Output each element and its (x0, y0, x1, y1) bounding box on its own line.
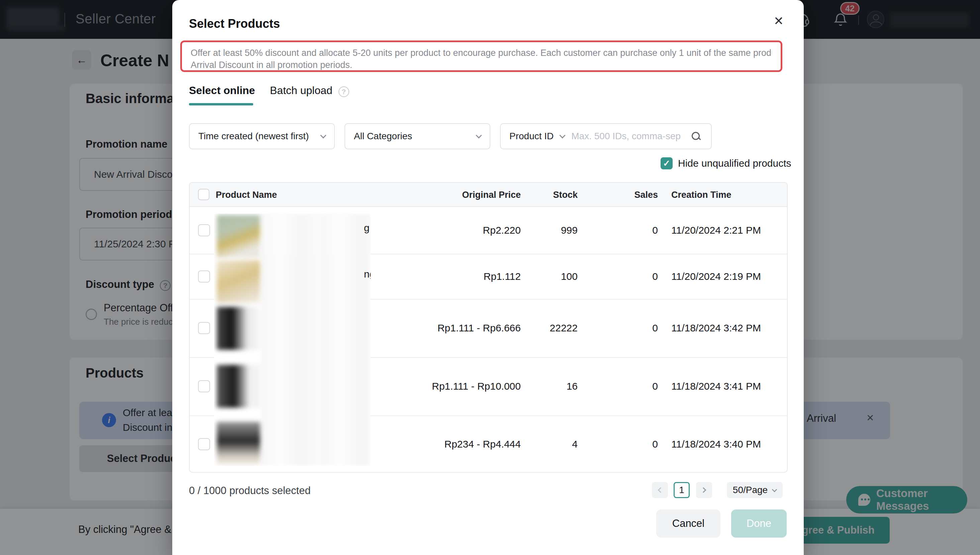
modal-title: Select Products (189, 17, 280, 31)
row-checkbox[interactable] (198, 438, 210, 450)
product-name-fragment: ng (364, 268, 371, 280)
done-button[interactable]: Done (731, 510, 787, 537)
search-type-dropdown[interactable]: Product ID (509, 131, 553, 141)
pagination-next-button[interactable] (696, 482, 712, 498)
discount-rules-notice: Offer at least 50% discount and allocate… (180, 40, 782, 72)
category-dropdown[interactable]: All Categories (345, 123, 490, 149)
chevron-left-icon (658, 488, 663, 493)
select-all-checkbox[interactable] (198, 189, 209, 200)
product-thumbnail (217, 422, 260, 465)
product-search-box: Product ID (500, 123, 712, 149)
column-creation-time: Creation Time (671, 183, 732, 207)
product-thumbnail (217, 260, 260, 303)
row-sales: 0 (604, 299, 658, 357)
chevron-down-icon (560, 132, 566, 138)
table-header-row: Product Name Original Price Stock Sales … (190, 183, 787, 207)
pagination-prev-button[interactable] (652, 482, 668, 498)
row-creation-time: 11/18/2024 3:41 PM (671, 357, 761, 415)
row-checkbox[interactable] (198, 380, 210, 392)
category-value: All Categories (354, 131, 412, 141)
row-stock: 4 (524, 415, 578, 473)
censored-product-names-block: g ng (214, 213, 371, 466)
row-price: Rp234 - Rp4.444 (404, 415, 521, 473)
column-sales: Sales (604, 183, 658, 207)
row-creation-time: 11/18/2024 3:40 PM (671, 415, 761, 473)
row-stock: 16 (524, 357, 578, 415)
notice-line2: Arrival Discount in all promotion period… (191, 59, 772, 71)
product-thumbnail (217, 307, 260, 350)
row-creation-time: 11/20/2024 2:19 PM (671, 254, 761, 299)
tab-select-online[interactable]: Select online (189, 84, 255, 97)
modal-close-icon[interactable]: ✕ (774, 14, 784, 28)
sort-dropdown[interactable]: Time created (newest first) (189, 123, 335, 149)
column-original-price: Original Price (404, 183, 521, 207)
row-sales: 0 (604, 254, 658, 299)
row-sales: 0 (604, 207, 658, 254)
screen: Seller Center 42 ← Create N Basic inform… (0, 0, 980, 555)
sort-value: Time created (newest first) (198, 131, 309, 141)
select-products-modal: Select Products ✕ Offer at least 50% dis… (172, 0, 804, 555)
column-stock: Stock (524, 183, 578, 207)
search-icon[interactable] (692, 132, 700, 141)
column-product-name: Product Name (216, 183, 277, 207)
row-price: Rp1.111 - Rp6.666 (404, 299, 521, 357)
row-price: Rp1.112 (404, 254, 521, 299)
selected-count-text: 0 / 1000 products selected (189, 485, 311, 497)
row-price: Rp1.111 - Rp10.000 (404, 357, 521, 415)
search-input[interactable] (571, 131, 685, 141)
row-price: Rp2.220 (404, 207, 521, 254)
hide-unqualified-checkbox[interactable]: ✓ (660, 157, 673, 169)
chevron-right-icon (701, 488, 707, 493)
row-checkbox[interactable] (198, 224, 210, 236)
row-sales: 0 (604, 357, 658, 415)
page-size-dropdown[interactable]: 50/Page (727, 482, 783, 498)
product-thumbnail (217, 215, 260, 258)
row-creation-time: 11/18/2024 3:42 PM (671, 299, 761, 357)
products-table: Product Name Original Price Stock Sales … (189, 182, 788, 473)
chevron-down-icon (320, 132, 326, 138)
product-name-fragment: g (364, 222, 369, 234)
row-sales: 0 (604, 415, 658, 473)
active-tab-underline (189, 103, 253, 106)
chevron-down-icon (772, 487, 777, 492)
row-stock: 22222 (524, 299, 578, 357)
row-stock: 100 (524, 254, 578, 299)
row-checkbox[interactable] (198, 271, 210, 282)
pagination-current-page[interactable]: 1 (674, 482, 690, 498)
product-thumbnail (217, 365, 260, 408)
notice-line1: Offer at least 50% discount and allocate… (191, 47, 772, 59)
cancel-button[interactable]: Cancel (656, 510, 721, 537)
page-size-value: 50/Page (733, 485, 767, 496)
hide-unqualified-row: ✓ Hide unqualified products (660, 157, 791, 169)
batch-upload-help-icon[interactable]: ? (339, 87, 349, 97)
chevron-down-icon (476, 132, 482, 138)
row-checkbox[interactable] (198, 322, 210, 334)
tab-batch-upload[interactable]: Batch upload ? (270, 84, 349, 97)
row-stock: 999 (524, 207, 578, 254)
blurred-name-text (261, 213, 371, 466)
row-creation-time: 11/20/2024 2:21 PM (671, 207, 761, 254)
hide-unqualified-label: Hide unqualified products (678, 158, 791, 169)
